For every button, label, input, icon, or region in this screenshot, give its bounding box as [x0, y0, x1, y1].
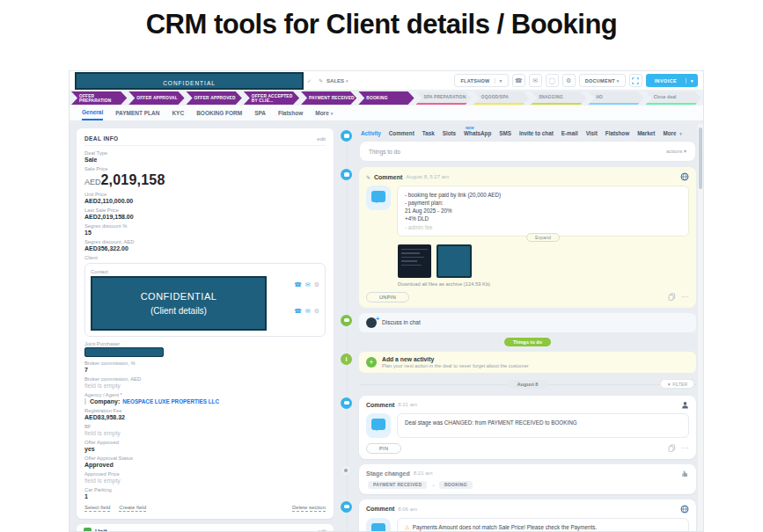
attachment-thumbnail-document[interactable] [398, 244, 431, 278]
discuss-in-chat-row[interactable]: + Discuss in chat [359, 313, 696, 332]
unpin-button[interactable]: UNPIN [366, 292, 409, 302]
expand-button[interactable]: Expand [526, 233, 560, 242]
tab-spa[interactable]: SPA [254, 106, 266, 120]
tab-more-activity[interactable]: More ▾ [663, 130, 681, 136]
field-value: field is empty [84, 383, 326, 389]
activity-tab-bar: Activity Comment Task Slots NEWWhatsApp … [359, 128, 696, 141]
stage-payment-received[interactable]: PAYMENT RECEIVED [301, 91, 356, 105]
timeline-gutter [341, 378, 354, 390]
stage-spa-preparation[interactable]: SPA PREPARATION [416, 91, 472, 105]
tab-slots[interactable]: Slots [443, 130, 456, 136]
tab-market[interactable]: Market [637, 130, 655, 136]
create-field-link[interactable]: Create field [119, 505, 146, 512]
settings-gear-button[interactable]: ⚙ [562, 74, 576, 87]
pencil-icon[interactable]: ✎ [319, 77, 323, 84]
field-value: AED2,019,158.00 [84, 214, 326, 220]
discuss-in-chat-label: Discuss in chat [382, 319, 421, 325]
select-field-link[interactable]: Select field [84, 505, 110, 512]
sales-label[interactable]: SALES [326, 78, 344, 84]
tab-activity[interactable]: Activity [361, 130, 381, 136]
phone-icon[interactable]: ☎ [294, 308, 302, 315]
attachment-thumbnail-redacted[interactable] [437, 244, 472, 278]
delete-section-link[interactable]: Delete section [292, 505, 326, 512]
actions-dropdown[interactable]: actions ▾ [666, 149, 686, 154]
field-label: Joint Purchaser [84, 341, 326, 346]
stage-offer-accepted[interactable]: OFFER ACCEPTED BY CLIE... [244, 91, 299, 105]
comment-line-faded: - admin fee [405, 223, 681, 231]
flatshow-caret-icon[interactable]: ▾ [495, 78, 503, 84]
comment-line: Deal stage was CHANGED: from PAYMENT REC… [405, 419, 681, 426]
pinned-comment-card: ✎ Comment August 8, 5:27 am - booking fe… [359, 167, 696, 308]
stage-ho[interactable]: HO [588, 91, 643, 105]
tab-general[interactable]: General [82, 106, 103, 120]
invoice-button[interactable]: INVOICE▾ [646, 74, 698, 87]
copy-icon[interactable] [668, 293, 676, 301]
author-person-icon [681, 401, 689, 409]
tab-comment[interactable]: Comment [389, 130, 415, 136]
scrollbar[interactable] [698, 124, 703, 531]
stage-oqood-spa[interactable]: OQOOD/SPA [473, 91, 529, 105]
filter-button[interactable]: ▼ FILTER [660, 379, 694, 389]
tab-booking-form[interactable]: BOOKING FORM [196, 106, 242, 120]
stage-offer-approval[interactable]: OFFER APPROVAL [128, 91, 184, 105]
more-options-icon[interactable]: ⋯ [681, 293, 689, 301]
email-icon[interactable]: ✉ [305, 308, 311, 315]
main-tab-bar: General PAYMENT PLAN KYC BOOKING FORM SP… [70, 106, 703, 121]
tab-more[interactable]: More▾ [315, 106, 333, 120]
unit-edit-link[interactable]: edit [318, 528, 326, 532]
deal-stage-pipeline: OFFER PREPARATION OFFER APPROVAL OFFER A… [70, 91, 703, 106]
deal-info-edit-link[interactable]: edit [317, 136, 326, 142]
tab-flatshow[interactable]: Flatshow [278, 106, 303, 120]
stage-booking[interactable]: BOOKING [358, 91, 414, 105]
timeline-gutter [341, 499, 354, 532]
email-icon-button[interactable]: ✉ [529, 74, 542, 87]
fullscreen-button[interactable] [629, 74, 642, 87]
whatsapp-icon-button[interactable]: ◯ [546, 74, 559, 87]
chevron-down-icon: ▾ [617, 78, 620, 84]
tab-invite-to-chat[interactable]: Invite to chat [519, 130, 554, 136]
gear-icon[interactable]: ⚙ [314, 308, 319, 315]
comment-timestamp: August 8, 5:27 am [406, 174, 449, 179]
tab-task[interactable]: Task [422, 130, 435, 136]
timeline-gutter [341, 313, 354, 332]
stage-snagging[interactable]: SNAGGING [531, 91, 586, 105]
copy-icon[interactable] [668, 444, 676, 452]
tab-visit[interactable]: Visit [586, 130, 598, 136]
tab-more-label: More [315, 110, 329, 116]
tab-payment-plan[interactable]: PAYMENT PLAN [115, 106, 159, 120]
date-pill: August 8 [507, 380, 549, 389]
arrow-icon: → [430, 482, 436, 487]
pin-button[interactable]: PIN [366, 443, 401, 454]
tab-sms[interactable]: SMS [499, 130, 511, 136]
flatshow-button[interactable]: FLATSHOW▾ [454, 74, 508, 87]
stage-close-deal[interactable]: Close deal [646, 91, 701, 105]
field-bf: BF field is empty [84, 424, 326, 436]
stage-changed-block: Stage changed 8:21 am PAYMENT RECEIVED →… [341, 464, 696, 494]
email-icon[interactable]: ✉ [305, 281, 311, 288]
invoice-caret-icon[interactable]: ▾ [686, 78, 698, 84]
phone-icon-button[interactable]: ☎ [512, 74, 525, 87]
stage-offer-approved[interactable]: OFFER APPROVED [187, 91, 242, 105]
more-options-icon[interactable]: ⋯ [681, 444, 689, 452]
scrollbar-thumb[interactable] [699, 128, 702, 189]
agency-company-link[interactable]: NEOSPACE LUXE PROPERTIES LLC [122, 398, 219, 404]
chevron-down-icon: ▾ [679, 131, 682, 136]
phone-icon[interactable]: ☎ [294, 281, 302, 288]
stage-offer-preparation[interactable]: OFFER PREPARATION [71, 91, 127, 105]
things-to-do-pill[interactable]: Things to do [504, 338, 551, 346]
tab-email[interactable]: E-mail [561, 130, 578, 136]
tab-whatsapp[interactable]: NEWWhatsApp [464, 130, 491, 136]
document-button[interactable]: DOCUMENT▾ [579, 74, 626, 87]
tab-flatshow-activity[interactable]: Flatshow [605, 130, 629, 136]
gear-icon[interactable]: ⚙ [314, 281, 319, 288]
deal-info-footer-links: Select field Create field Delete section [84, 505, 326, 512]
tab-kyc[interactable]: KYC [172, 106, 184, 120]
field-value: AED83,958.32 [84, 414, 326, 420]
discuss-block: + Discuss in chat [341, 313, 696, 332]
add-activity-card[interactable]: + Add a new activity Plan your next acti… [359, 352, 696, 373]
field-label: Unit Price [84, 192, 326, 197]
things-to-do-box[interactable]: Things to do actions ▾ [359, 141, 696, 162]
comment-bubble-icon [366, 518, 391, 532]
download-archive-link[interactable]: Download all files as archive (124.59 Kb… [398, 281, 689, 287]
comment-bubble-icon [366, 413, 391, 438]
